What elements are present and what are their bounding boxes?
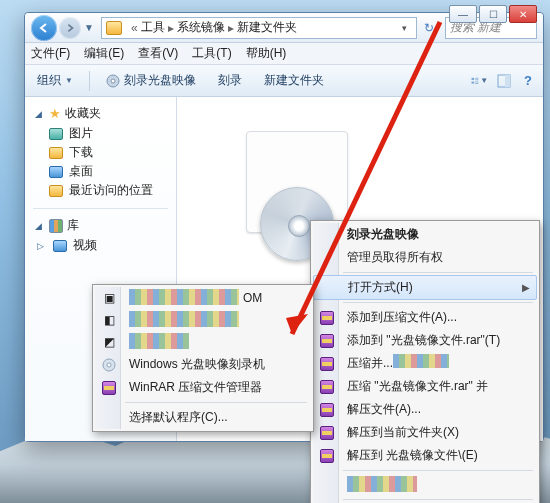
folder-icon: [49, 147, 63, 159]
app-icon: ◩: [101, 334, 117, 350]
svg-rect-5: [472, 81, 475, 83]
burn-button[interactable]: 刻录: [212, 70, 248, 91]
sidebar-item-pictures[interactable]: 图片: [27, 124, 174, 143]
view-mode-button[interactable]: ▼: [471, 72, 489, 90]
context-menu-openwith: ▣OM ◧ ◩ Windows 光盘映像刻录机 WinRAR 压缩文件管理器 选…: [92, 284, 314, 432]
help-button[interactable]: ?: [519, 72, 537, 90]
arrow-left-icon: [38, 22, 50, 34]
collapse-icon[interactable]: ◢: [35, 221, 45, 231]
nav-back-button[interactable]: [31, 15, 57, 41]
pictures-icon: [49, 128, 63, 140]
ctx-add-archive[interactable]: 添加到压缩文件(A)...: [313, 306, 537, 329]
nav-history-drop[interactable]: ▼: [83, 22, 95, 33]
winrar-icon: [320, 334, 334, 348]
disc-icon: [106, 74, 120, 88]
sidebar-item-recent[interactable]: 最近访问的位置: [27, 181, 174, 200]
ctx-open-with[interactable]: 打开方式(H)▶: [313, 275, 537, 300]
sidebar-item-desktop[interactable]: 桌面: [27, 162, 174, 181]
disc-icon: [101, 357, 117, 373]
library-icon: [49, 219, 63, 233]
app-icon: ▣: [101, 290, 117, 306]
menu-help[interactable]: 帮助(H): [246, 45, 287, 62]
maximize-button[interactable]: ☐: [479, 5, 507, 23]
menu-bar: 文件(F) 编辑(E) 查看(V) 工具(T) 帮助(H): [25, 43, 543, 65]
collapse-icon[interactable]: ◢: [35, 109, 45, 119]
winrar-icon: [320, 403, 334, 417]
ctx-extract[interactable]: 解压文件(A)...: [313, 398, 537, 421]
ctx-compress-rar[interactable]: 压缩 "光盘镜像文件.rar" 并: [313, 375, 537, 398]
winrar-icon: [320, 449, 334, 463]
redacted-text: [129, 333, 189, 349]
ctx-compress-and[interactable]: 压缩并...: [313, 352, 537, 375]
svg-point-1: [111, 79, 115, 83]
ctx-add-rar[interactable]: 添加到 "光盘镜像文件.rar"(T): [313, 329, 537, 352]
arrow-right-icon: [65, 23, 75, 33]
winrar-icon: [102, 381, 116, 395]
submenu-arrow-icon: ▶: [522, 282, 530, 293]
folder-icon: [106, 21, 122, 35]
ctx-admin-own[interactable]: 管理员取得所有权: [313, 246, 537, 269]
svg-rect-3: [475, 77, 478, 78]
sidebar-libraries[interactable]: 库: [67, 217, 79, 234]
ctx-app-hidden3[interactable]: ◩: [95, 331, 311, 353]
refresh-button[interactable]: ↻: [417, 21, 441, 35]
ctx-winrar[interactable]: WinRAR 压缩文件管理器: [95, 376, 311, 399]
ctx-hidden-row[interactable]: [313, 474, 537, 496]
winrar-icon: [320, 357, 334, 371]
redacted-text: [129, 311, 239, 327]
video-icon: [53, 240, 67, 252]
ctx-windows-burner[interactable]: Windows 光盘映像刻录机: [95, 353, 311, 376]
svg-rect-9: [505, 75, 510, 87]
menu-edit[interactable]: 编辑(E): [84, 45, 124, 62]
redacted-text: [347, 476, 417, 492]
desktop-icon: [49, 166, 63, 178]
menu-tools[interactable]: 工具(T): [192, 45, 231, 62]
sidebar-item-downloads[interactable]: 下载: [27, 143, 174, 162]
folder-icon: [49, 185, 63, 197]
star-icon: ★: [49, 106, 61, 121]
svg-rect-7: [475, 83, 478, 84]
preview-pane-button[interactable]: [495, 72, 513, 90]
breadcrumb-1[interactable]: 工具: [141, 19, 165, 36]
breadcrumb-3[interactable]: 新建文件夹: [237, 19, 297, 36]
ctx-extract-to[interactable]: 解压到 光盘镜像文件\(E): [313, 444, 537, 467]
sidebar-item-video[interactable]: ▷ 视频: [27, 236, 174, 255]
toolbar: 组织▼ 刻录光盘映像 刻录 新建文件夹 ▼ ?: [25, 65, 543, 97]
winrar-icon: [320, 380, 334, 394]
menu-view[interactable]: 查看(V): [138, 45, 178, 62]
menu-file[interactable]: 文件(F): [31, 45, 70, 62]
redacted-text: [393, 354, 449, 368]
svg-rect-6: [475, 81, 478, 82]
context-menu-main: 刻录光盘映像 管理员取得所有权 打开方式(H)▶ 添加到压缩文件(A)... 添…: [310, 220, 540, 503]
address-dropdown[interactable]: ▾: [396, 23, 412, 33]
close-button[interactable]: ✕: [509, 5, 537, 23]
redacted-text: [129, 289, 239, 305]
ctx-burn-image[interactable]: 刻录光盘映像: [313, 223, 537, 246]
ctx-extract-here[interactable]: 解压到当前文件夹(X): [313, 421, 537, 444]
app-icon: ◧: [101, 312, 117, 328]
svg-rect-2: [472, 77, 475, 79]
ctx-app-hidden1[interactable]: ▣OM: [95, 287, 311, 309]
ctx-choose-default[interactable]: 选择默认程序(C)...: [95, 406, 311, 429]
organize-button[interactable]: 组织▼: [31, 70, 79, 91]
burn-image-button[interactable]: 刻录光盘映像: [100, 70, 202, 91]
breadcrumb-sep: «: [131, 21, 138, 35]
sidebar-favorites[interactable]: 收藏夹: [65, 105, 101, 122]
address-bar[interactable]: « 工具 ▸ 系统镜像 ▸ 新建文件夹 ▾: [101, 17, 417, 39]
winrar-icon: [320, 311, 334, 325]
winrar-icon: [320, 426, 334, 440]
svg-rect-4: [475, 79, 478, 80]
nav-forward-button[interactable]: [59, 17, 81, 39]
minimize-button[interactable]: —: [449, 5, 477, 23]
window-controls: — ☐ ✕: [449, 5, 537, 23]
breadcrumb-2[interactable]: 系统镜像: [177, 19, 225, 36]
ctx-app-hidden2[interactable]: ◧: [95, 309, 311, 331]
new-folder-button[interactable]: 新建文件夹: [258, 70, 330, 91]
svg-point-11: [107, 363, 111, 367]
